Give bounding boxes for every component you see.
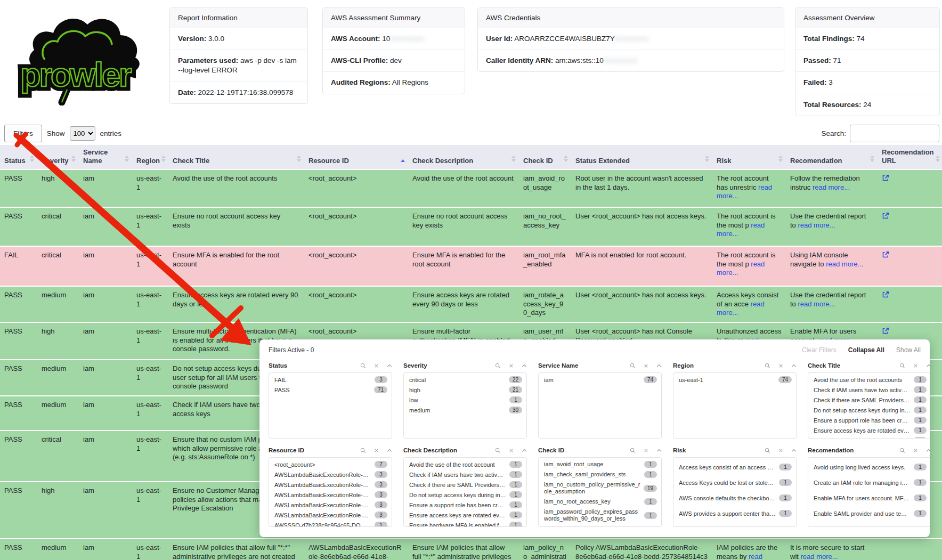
collapse-icon[interactable] — [791, 364, 797, 368]
read-more-link[interactable]: read more... — [717, 183, 772, 200]
read-more-link[interactable]: read more... — [717, 300, 765, 317]
collapse-icon[interactable] — [522, 449, 527, 452]
filter-option[interactable]: Avoid the use of the root account1 — [404, 459, 526, 469]
filter-option[interactable]: medium30 — [404, 405, 526, 415]
read-more-link[interactable]: read more... — [717, 221, 765, 238]
search-icon[interactable] — [765, 363, 770, 369]
column-header-status-extended[interactable]: Status Extended — [571, 145, 712, 169]
filter-option[interactable]: iam_avoid_root_usage1 — [539, 459, 661, 469]
sort-icons[interactable] — [778, 156, 783, 162]
read-more-link[interactable]: read more... — [826, 260, 863, 268]
filter-option[interactable]: iam_no_custom_policy_permissive_role_ass… — [539, 480, 661, 497]
filters-action-show-all[interactable]: Show All — [896, 346, 921, 354]
filter-option[interactable]: critical22 — [404, 375, 526, 385]
read-more-link[interactable]: read more... — [717, 260, 765, 277]
search-icon[interactable] — [630, 363, 636, 369]
filter-option[interactable]: FAIL3 — [269, 375, 392, 385]
search-icon[interactable] — [765, 448, 770, 453]
sort-icons[interactable] — [564, 156, 568, 162]
filter-option[interactable]: Access Keys could be lost or stolen. It … — [673, 475, 796, 490]
filter-option[interactable]: AWSLambdaBasicExecutionRole-c5c83274-853… — [269, 500, 392, 510]
sort-icons[interactable] — [936, 156, 940, 162]
clear-icon[interactable] — [778, 363, 783, 368]
column-header-check-id[interactable]: Check ID — [519, 145, 571, 169]
collapse-icon[interactable] — [791, 449, 797, 452]
filters-action-collapse-all[interactable]: Collapse All — [848, 346, 884, 354]
clear-icon[interactable] — [509, 448, 514, 453]
column-header-risk[interactable]: Risk — [712, 145, 786, 169]
external-link-icon[interactable] — [882, 327, 889, 337]
external-link-icon[interactable] — [882, 291, 889, 301]
clear-icon[interactable] — [374, 448, 379, 453]
sort-icons[interactable] — [870, 156, 874, 162]
collapse-icon[interactable] — [522, 364, 527, 368]
clear-icon[interactable] — [374, 363, 379, 368]
column-header-recomendation[interactable]: Recomendation — [786, 145, 878, 169]
filter-option[interactable]: iam_check_saml_providers_sts1 — [539, 469, 661, 480]
search-icon[interactable] — [899, 448, 905, 453]
filter-option[interactable]: iam74 — [539, 375, 661, 385]
read-more-link[interactable]: read more... — [798, 300, 835, 308]
read-more-link[interactable]: read more... — [801, 553, 838, 560]
search-icon[interactable] — [360, 448, 366, 453]
filter-option[interactable]: PASS71 — [269, 385, 392, 395]
filter-option[interactable]: Avoid using long lived access keys.1 — [808, 459, 930, 475]
page-size-select[interactable]: 100 — [70, 126, 95, 141]
column-header-severity[interactable]: Severity — [37, 145, 79, 169]
filter-option[interactable]: Ensure access keys are rotated every 90 … — [808, 425, 930, 435]
filter-option[interactable]: Check if there are SAML Providers then S… — [808, 395, 930, 405]
filter-option[interactable]: Access keys consist of an access key ID … — [673, 459, 796, 475]
collapse-icon[interactable] — [656, 364, 662, 368]
filter-option[interactable]: <root_account>7 — [269, 459, 392, 469]
clear-icon[interactable] — [778, 448, 783, 453]
sort-icons[interactable] — [30, 156, 34, 162]
collapse-icon[interactable] — [656, 449, 662, 452]
filter-option[interactable]: Check if there are SAML Providers then S… — [404, 480, 526, 490]
filter-option[interactable]: us-east-174 — [673, 375, 796, 385]
filter-option[interactable]: Check if IAM users have two active acces… — [808, 385, 930, 395]
sort-icons[interactable] — [401, 159, 405, 162]
column-header-check-title[interactable]: Check Title — [168, 145, 304, 169]
filter-option[interactable]: Ensure hardware MFA is enabled for the r… — [404, 520, 526, 527]
filter-option[interactable]: iam_password_policy_expires_passwords_wi… — [539, 507, 661, 524]
collapse-icon[interactable] — [926, 449, 930, 452]
collapse-icon[interactable] — [387, 364, 392, 368]
read-more-link[interactable]: read more... — [717, 553, 762, 560]
filter-option[interactable]: AWSLambdaBasicExecutionRole-cee047be-4d6… — [269, 510, 392, 520]
filter-option[interactable]: AWS provides a support center that can b… — [673, 506, 796, 521]
column-header-recomendation-url[interactable]: Recomendation URL — [878, 145, 942, 169]
search-icon[interactable] — [630, 448, 636, 453]
collapse-icon[interactable] — [387, 449, 392, 452]
filters-button[interactable]: Filters — [4, 125, 42, 142]
filter-option[interactable]: AWSLambdaBasicExecutionRole-b79ce1ee-f71… — [269, 480, 392, 490]
sort-icons[interactable] — [71, 156, 76, 162]
filter-option[interactable]: AWSLambdaBasicExecutionRole-8e6eb6ad-e66… — [269, 469, 392, 480]
filter-option[interactable]: AWSLambdaBasicExecutionRole-bd7b89eb-f98… — [269, 490, 392, 500]
sort-icons[interactable] — [125, 156, 129, 162]
clear-icon[interactable] — [644, 363, 648, 368]
clear-icon[interactable] — [644, 448, 648, 453]
external-link-icon[interactable] — [882, 212, 889, 222]
filter-option[interactable]: iam_no_root_access_key1 — [539, 497, 661, 507]
filter-option[interactable]: Do not setup access keys during initial … — [808, 405, 930, 415]
read-more-link[interactable]: read more... — [798, 221, 835, 229]
column-header-service-name[interactable]: Service Name — [79, 145, 132, 169]
column-header-status[interactable]: Status — [0, 145, 37, 169]
filter-option[interactable]: Check if IAM users have two active acces… — [404, 469, 526, 480]
filter-option[interactable]: Do not setup access keys during initial … — [404, 490, 526, 500]
search-input[interactable] — [850, 125, 939, 142]
column-header-resource-id[interactable]: Resource ID — [304, 145, 408, 169]
clear-icon[interactable] — [913, 363, 918, 368]
filter-option[interactable]: Ensure access keys are rotated every 90 … — [404, 510, 526, 520]
filter-option[interactable]: Ensure a support role has been created t… — [404, 500, 526, 510]
column-header-check-description[interactable]: Check Description — [408, 145, 519, 169]
search-icon[interactable] — [360, 363, 366, 369]
search-icon[interactable] — [899, 363, 905, 369]
filter-option[interactable]: AWSSSO-d7b238c9c954c65-DO_NOT_DELETE...1 — [269, 520, 392, 527]
external-link-icon[interactable] — [882, 251, 889, 261]
filter-option[interactable]: low1 — [404, 395, 526, 405]
clear-icon[interactable] — [509, 363, 514, 368]
clear-icon[interactable] — [913, 448, 918, 453]
sort-icons[interactable] — [511, 156, 516, 162]
filters-action-clear-filters[interactable]: Clear Filters — [802, 346, 837, 354]
